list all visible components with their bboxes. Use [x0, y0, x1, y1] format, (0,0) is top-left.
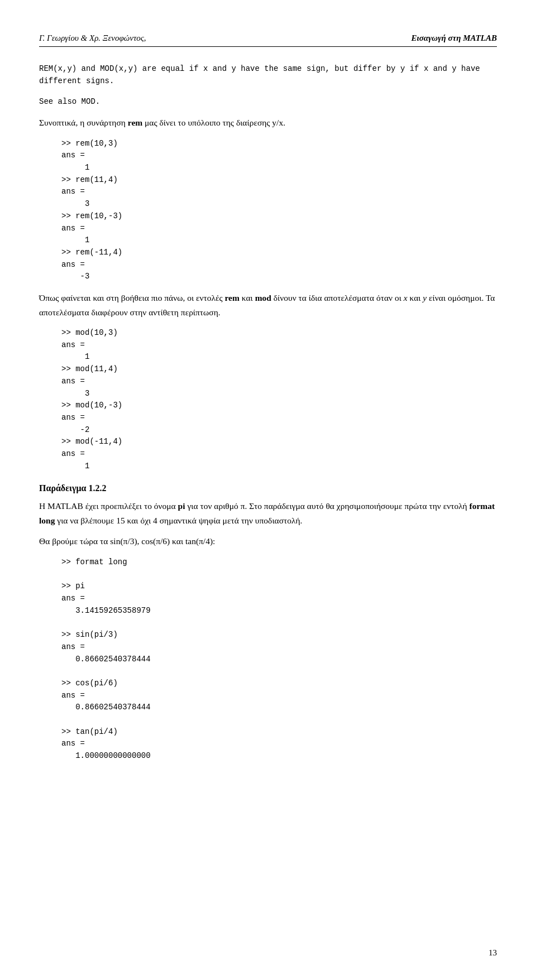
section-intro: Η MATLAB έχει προεπιλέξει το όνομα pi γι…: [39, 499, 497, 527]
greek-explanation: Όπως φαίνεται και στη βοήθεια πιο πάνω, …: [39, 291, 497, 319]
greek-summary: Συνοπτικά, η συνάρτηση rem μας δίνει το …: [39, 116, 497, 130]
rem-code-block: >> rem(10,3) ans = 1 >> rem(11,4) ans = …: [61, 138, 497, 283]
format-code-block: >> format long >> pi ans = 3.14159265358…: [61, 556, 497, 762]
intro-line: REM(x,y) and MOD(x,y) are equal if x and…: [39, 63, 497, 88]
header-left: Γ. Γεωργίου & Χρ. Ξενοφώντος,: [39, 33, 146, 43]
page-number: 13: [489, 948, 497, 958]
see-also: See also MOD.: [39, 95, 497, 108]
mod-code-block: >> mod(10,3) ans = 1 >> mod(11,4) ans = …: [61, 327, 497, 472]
page-header: Γ. Γεωργίου & Χρ. Ξενοφώντος, Εισαγωγή σ…: [39, 33, 497, 47]
trig-intro: Θα βρούμε τώρα τα sin(π/3), cos(π/6) και…: [39, 534, 497, 549]
header-right: Εισαγωγή στη MATLAB: [411, 33, 497, 43]
section-heading: Παράδειγμα 1.2.2: [39, 483, 497, 493]
